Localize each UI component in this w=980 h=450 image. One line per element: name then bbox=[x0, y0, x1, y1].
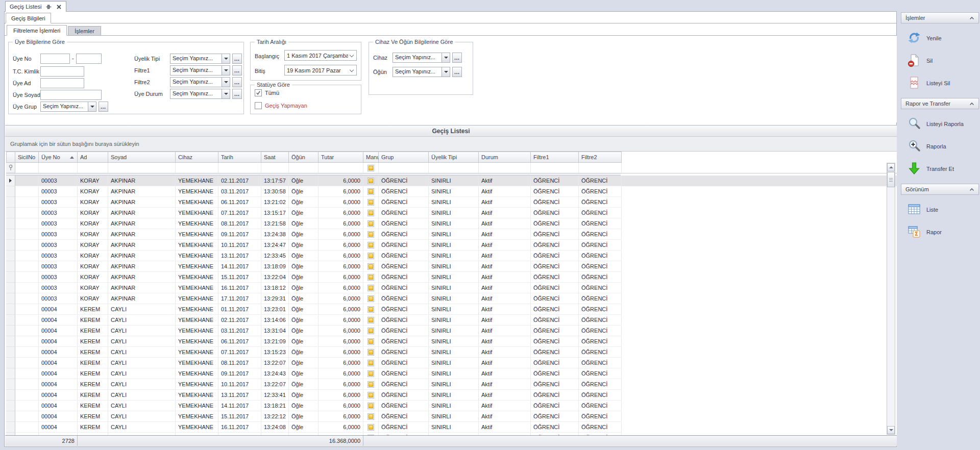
checked-checkbox-icon[interactable] bbox=[255, 89, 262, 96]
chevron-up-icon[interactable] bbox=[969, 101, 974, 107]
column-header--n[interactable]: Öğün bbox=[289, 152, 318, 163]
cihaz-ellipsis-button[interactable]: … bbox=[452, 53, 462, 63]
table-row[interactable]: 00003KORAYAKPINARYEMEKHANE08.11.201713:2… bbox=[6, 218, 897, 229]
column-header-saat[interactable]: Saat bbox=[261, 152, 289, 163]
table-row[interactable]: 00004KEREMCAYLIYEMEKHANE14.11.201713:18:… bbox=[6, 401, 897, 411]
uye-grup-ellipsis-button[interactable]: … bbox=[99, 102, 108, 112]
column-header-tutar[interactable]: Tutar bbox=[318, 152, 363, 163]
table-row[interactable]: 00003KORAYAKPINARYEMEKHANE02.11.201713:1… bbox=[6, 176, 897, 186]
filter-cell-filtre1[interactable] bbox=[531, 163, 579, 173]
filter-cell-sicilno[interactable] bbox=[15, 163, 39, 173]
sidebar-item-sil[interactable]: Sil bbox=[901, 51, 979, 70]
column-header-filtre1[interactable]: Filtre1 bbox=[531, 152, 579, 163]
pin-icon[interactable] bbox=[45, 4, 52, 10]
sidebar-item-yenile[interactable]: Yenile bbox=[901, 29, 979, 48]
tab-islemler[interactable]: İşlemler bbox=[68, 26, 101, 36]
table-row[interactable]: 00004KEREMCAYLIYEMEKHANE03.11.201713:31:… bbox=[6, 326, 897, 336]
sidebar-section-header[interactable]: Rapor ve Transfer bbox=[901, 98, 979, 109]
table-row[interactable]: 00003KORAYAKPINARYEMEKHANE07.11.201713:1… bbox=[6, 208, 897, 218]
table-row[interactable]: 00003KORAYAKPINARYEMEKHANE15.11.201713:2… bbox=[6, 272, 897, 283]
chevron-down-icon[interactable] bbox=[350, 67, 354, 71]
filtre1-ellipsis-button[interactable]: … bbox=[232, 65, 242, 76]
uyelik-tipi-dropdown[interactable]: Seçim Yapınız... bbox=[170, 54, 230, 64]
uye-durum-dropdown[interactable]: Seçim Yapınız... bbox=[170, 89, 230, 99]
column-header--yelik-tipi[interactable]: Üyelik Tipi bbox=[429, 152, 479, 163]
filter-cell-soyad[interactable] bbox=[108, 163, 176, 173]
table-row[interactable]: 00004KEREMCAYLIYEMEKHANE16.11.201713:24:… bbox=[6, 422, 897, 433]
filter-cell-tarih[interactable] bbox=[218, 163, 261, 173]
sidebar-section-header[interactable]: İşlemler bbox=[901, 12, 979, 23]
column-header-tarih[interactable]: Tarih bbox=[218, 152, 261, 163]
auto-filter-row[interactable] bbox=[6, 163, 897, 173]
vertical-scrollbar[interactable] bbox=[887, 163, 895, 435]
column-header--ye-no[interactable]: Üye No bbox=[39, 152, 78, 163]
filter-cell-manuel[interactable] bbox=[363, 163, 379, 173]
filter-cell-ad[interactable] bbox=[78, 163, 108, 173]
filtre2-ellipsis-button[interactable]: … bbox=[232, 77, 242, 87]
checkbox-gecis-yapmayan[interactable]: Geçiş Yapmayan bbox=[255, 102, 307, 109]
start-date-picker[interactable]: 1 Kasım 2017 Çarşamba bbox=[284, 50, 357, 61]
table-row[interactable]: 00003KORAYAKPINARYEMEKHANE16.11.201713:1… bbox=[6, 283, 897, 293]
scroll-up-icon[interactable] bbox=[887, 163, 895, 171]
sidebar-item-listeyi-sil[interactable]: Listeyi Sil bbox=[901, 73, 979, 93]
column-header-grup[interactable]: Grup bbox=[379, 152, 429, 163]
table-row[interactable]: 00004KEREMCAYLIYEMEKHANE01.11.201713:23:… bbox=[6, 304, 897, 315]
uye-soyad-input[interactable] bbox=[40, 90, 102, 100]
column-header-cihaz[interactable]: Cihaz bbox=[176, 152, 218, 163]
filtre1-dropdown[interactable]: Seçim Yapınız... bbox=[170, 65, 230, 76]
table-row[interactable]: 00004KEREMCAYLIYEMEKHANE02.11.201713:14:… bbox=[6, 315, 897, 326]
table-row[interactable]: 00003KORAYAKPINARYEMEKHANE17.11.201713:2… bbox=[6, 293, 897, 304]
table-row[interactable]: 00003KORAYAKPINARYEMEKHANE06.11.201713:2… bbox=[6, 197, 897, 208]
sidebar-section-header[interactable]: Görünüm bbox=[901, 184, 979, 195]
chevron-down-icon[interactable] bbox=[222, 54, 230, 63]
uye-no-to-input[interactable] bbox=[76, 54, 102, 64]
uyelik-tipi-ellipsis-button[interactable]: … bbox=[232, 54, 242, 64]
uye-no-from-input[interactable] bbox=[40, 54, 70, 64]
filter-cell-tutar[interactable] bbox=[318, 163, 363, 173]
cihaz-dropdown[interactable]: Seçim Yapınız... bbox=[393, 53, 450, 63]
column-header-ad[interactable]: Ad bbox=[78, 152, 108, 163]
group-by-panel[interactable]: Gruplamak için bir sütun başlığını buray… bbox=[5, 137, 897, 152]
chevron-up-icon[interactable] bbox=[969, 15, 974, 21]
uye-durum-ellipsis-button[interactable]: … bbox=[232, 89, 242, 99]
unchecked-checkbox-icon[interactable] bbox=[255, 102, 262, 109]
chevron-down-icon[interactable] bbox=[442, 53, 450, 62]
filter-cell-cihaz[interactable] bbox=[176, 163, 218, 173]
table-row[interactable]: 00004KEREMCAYLIYEMEKHANE07.11.201713:15:… bbox=[6, 347, 897, 358]
table-row[interactable]: 00004KEREMCAYLIYEMEKHANE13.11.201712:33:… bbox=[6, 390, 897, 401]
chevron-down-icon[interactable] bbox=[222, 89, 230, 98]
table-row[interactable]: 00003KORAYAKPINARYEMEKHANE14.11.201713:1… bbox=[6, 261, 897, 272]
filtre2-dropdown[interactable]: Seçim Yapınız... bbox=[170, 77, 230, 87]
chevron-down-icon[interactable] bbox=[222, 66, 230, 75]
table-row[interactable]: 00003KORAYAKPINARYEMEKHANE10.11.201713:2… bbox=[6, 240, 897, 251]
filter-cell-durum[interactable] bbox=[479, 163, 531, 173]
filter-cell-saat[interactable] bbox=[261, 163, 289, 173]
chevron-down-icon[interactable] bbox=[442, 67, 450, 77]
table-row[interactable]: 00004KEREMCAYLIYEMEKHANE15.11.201713:22:… bbox=[6, 411, 897, 422]
ogun-dropdown[interactable]: Seçim Yapınız... bbox=[393, 67, 450, 77]
tc-kimlik-input[interactable] bbox=[40, 66, 84, 77]
column-header-manuel[interactable]: Manuel bbox=[363, 152, 379, 163]
chevron-down-icon[interactable] bbox=[88, 102, 96, 111]
scrollbar-thumb[interactable] bbox=[887, 172, 895, 187]
column-header-filtre2[interactable]: Filtre2 bbox=[579, 152, 622, 163]
sidebar-item-listeyi-raporla[interactable]: Listeyi Raporla bbox=[901, 114, 979, 134]
uye-grup-dropdown[interactable]: Seçim Yapınız... bbox=[40, 102, 96, 112]
table-row[interactable]: 00004KEREMCAYLIYEMEKHANE06.11.201713:21:… bbox=[6, 336, 897, 347]
filter-cell-filtre2[interactable] bbox=[579, 163, 622, 173]
sidebar-item-raporla[interactable]: Raporla bbox=[901, 137, 979, 156]
chevron-down-icon[interactable] bbox=[222, 78, 230, 87]
end-date-picker[interactable]: 19 Kasım 2017 Pazar bbox=[284, 65, 357, 76]
filter-cell--ye-no[interactable] bbox=[39, 163, 78, 173]
filter-cell--n[interactable] bbox=[289, 163, 318, 173]
document-tab-gecis-listesi[interactable]: Geçiş Listesi bbox=[5, 1, 66, 12]
ogun-ellipsis-button[interactable]: … bbox=[452, 67, 462, 77]
filter-cell--yelik-tipi[interactable] bbox=[429, 163, 479, 173]
filter-cell-grup[interactable] bbox=[379, 163, 429, 173]
table-row[interactable]: 00003KORAYAKPINARYEMEKHANE09.11.201713:2… bbox=[6, 229, 897, 240]
column-header-durum[interactable]: Durum bbox=[479, 152, 531, 163]
chevron-up-icon[interactable] bbox=[969, 186, 974, 192]
uye-ad-input[interactable] bbox=[40, 78, 84, 88]
close-icon[interactable] bbox=[56, 4, 62, 10]
table-row[interactable]: 00004KEREMCAYLIYEMEKHANE10.11.201713:22:… bbox=[6, 379, 897, 390]
